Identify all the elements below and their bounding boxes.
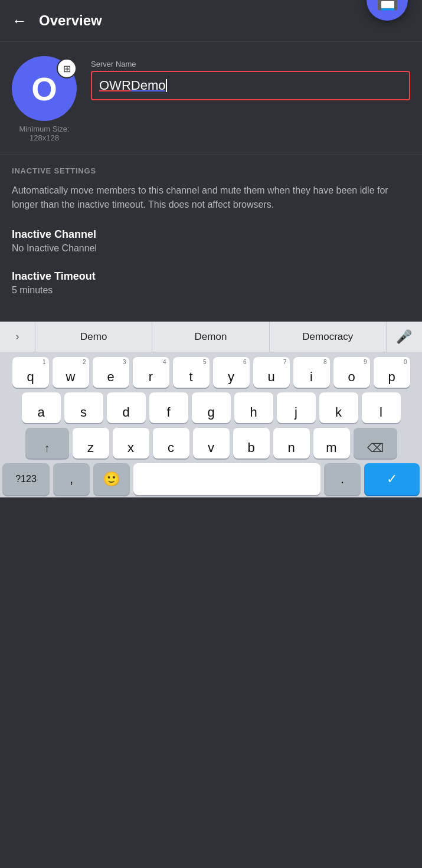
keyboard-row-1: 1q 2w 3e 4r 5t 6y 7u 8i 9o 0p [2, 357, 420, 388]
inactive-settings-section: INACTIVE SETTINGS Automatically move mem… [0, 155, 422, 322]
key-v[interactable]: v [193, 428, 230, 458]
microphone-button[interactable]: 🎤 [387, 322, 422, 352]
key-y[interactable]: 6y [213, 357, 250, 388]
microphone-icon: 🎤 [396, 329, 412, 345]
key-n[interactable]: n [273, 428, 310, 458]
suggestions-bar: › Demo Demon Democracy 🎤 [0, 322, 422, 352]
emoji-key[interactable]: 🙂 [93, 463, 130, 495]
key-p[interactable]: 0p [374, 357, 410, 388]
key-z[interactable]: z [73, 428, 109, 458]
camera-plus-icon: ⊞ [63, 63, 71, 74]
keyboard-rows: 1q 2w 3e 4r 5t 6y 7u 8i 9o 0p a s d f g … [0, 352, 422, 497]
key-d[interactable]: d [107, 392, 146, 423]
avatar-edit-button[interactable]: ⊞ [57, 58, 77, 78]
inactive-settings-header: INACTIVE SETTINGS [12, 166, 410, 175]
space-key[interactable] [133, 463, 320, 495]
shift-key[interactable]: ↑ [25, 428, 69, 458]
server-name-input-box[interactable]: OWR Demo [91, 71, 410, 100]
inactive-channel-item[interactable]: Inactive Channel No Inactive Channel [12, 228, 410, 254]
back-button[interactable]: ← [12, 12, 27, 30]
suggestion-2[interactable]: Demon [152, 322, 269, 352]
keyboard-row-2: a s d f g h j k l [2, 392, 420, 423]
key-r[interactable]: 4r [133, 357, 169, 388]
numeric-key[interactable]: ?123 [2, 463, 50, 495]
inactive-timeout-item[interactable]: Inactive Timeout 5 minutes [12, 270, 410, 296]
return-key[interactable]: ✓ [364, 463, 420, 495]
server-name-field: Server Name OWR Demo [91, 60, 410, 100]
key-q[interactable]: 1q [12, 357, 49, 388]
key-x[interactable]: x [113, 428, 149, 458]
inactive-settings-description: Automatically move members to this chann… [12, 184, 410, 212]
key-i[interactable]: 8i [293, 357, 330, 388]
server-name-value: OWR Demo [99, 78, 402, 93]
keyboard-area: › Demo Demon Democracy 🎤 1q 2w 3e 4r 5t … [0, 322, 422, 497]
period-key[interactable]: . [324, 463, 361, 495]
suggestion-3[interactable]: Democracy [270, 322, 387, 352]
key-e[interactable]: 3e [93, 357, 129, 388]
backspace-key[interactable]: ⌫ [354, 428, 397, 458]
avatar-letter: O [31, 70, 57, 108]
inactive-channel-label: Inactive Channel [12, 228, 410, 241]
inactive-channel-value: No Inactive Channel [12, 243, 410, 254]
backspace-icon: ⌫ [367, 441, 384, 455]
min-size-label: Minimum Size: 128x128 [12, 125, 77, 142]
key-g[interactable]: g [192, 392, 231, 423]
comma-key[interactable]: , [53, 463, 90, 495]
avatar-wrapper: O ⊞ Minimum Size: 128x128 [12, 56, 77, 142]
save-icon: 💾 [377, 0, 398, 11]
key-u[interactable]: 7u [253, 357, 290, 388]
key-j[interactable]: j [277, 392, 316, 423]
key-b[interactable]: b [233, 428, 270, 458]
page-title: Overview [39, 12, 102, 29]
key-c[interactable]: c [153, 428, 189, 458]
key-m[interactable]: m [313, 428, 350, 458]
keyboard-row-3: ↑ z x c v b n m ⌫ [2, 428, 420, 458]
key-s[interactable]: s [64, 392, 103, 423]
key-l[interactable]: l [362, 392, 401, 423]
key-w[interactable]: 2w [53, 357, 89, 388]
text-cursor [166, 79, 167, 92]
keyboard-row-4: ?123 , 🙂 . ✓ [2, 463, 420, 495]
server-name-part2: Demo [131, 78, 166, 93]
key-o[interactable]: 9o [333, 357, 370, 388]
server-name-part1: OWR [99, 78, 131, 93]
inactive-timeout-label: Inactive Timeout [12, 270, 410, 283]
shift-arrow-icon: ↑ [44, 441, 50, 455]
field-label: Server Name [91, 60, 410, 68]
key-a[interactable]: a [22, 392, 61, 423]
key-t[interactable]: 5t [173, 357, 210, 388]
key-k[interactable]: k [319, 392, 358, 423]
header: ← Overview [0, 0, 422, 41]
app-area: O ⊞ Minimum Size: 128x128 Server Name OW… [0, 42, 422, 322]
suggestion-1[interactable]: Demo [35, 322, 152, 352]
chevron-right-icon: › [16, 330, 19, 343]
key-h[interactable]: h [234, 392, 273, 423]
expand-suggestions-button[interactable]: › [0, 322, 35, 352]
inactive-timeout-value: 5 minutes [12, 285, 410, 296]
key-f[interactable]: f [149, 392, 188, 423]
server-info-section: O ⊞ Minimum Size: 128x128 Server Name OW… [0, 42, 422, 154]
